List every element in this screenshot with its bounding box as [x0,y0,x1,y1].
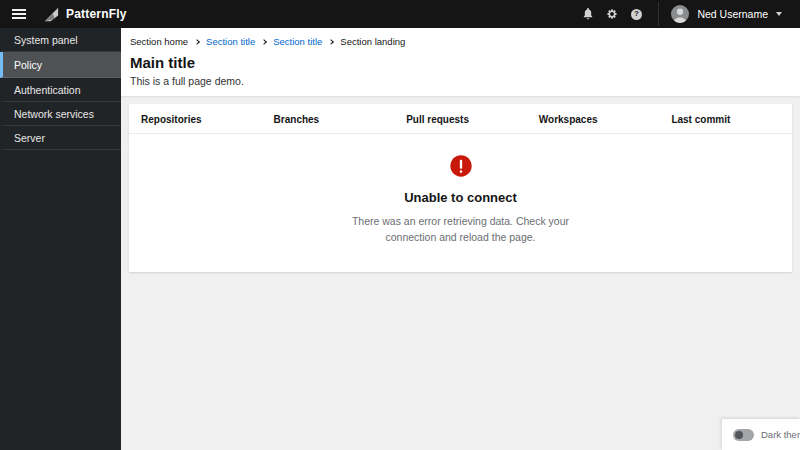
page-body-section: Repositories Branches Pull requests Work… [121,96,800,280]
sidebar-item-authentication[interactable]: Authentication [0,78,121,102]
hamburger-icon [12,9,26,19]
page-header-section: Section home Section title Section title… [121,28,800,96]
sidebar-nav: System panel Policy Authentication Netwo… [0,28,121,450]
empty-state-title: Unable to connect [129,190,792,205]
column-header-repositories: Repositories [129,104,262,133]
dark-theme-toggle[interactable] [733,429,754,441]
chevron-down-icon [776,12,782,16]
table-header-row: Repositories Branches Pull requests Work… [129,104,792,134]
help-icon [631,9,642,20]
sidebar-item-label: Network services [14,108,94,120]
gear-icon [606,8,618,20]
sidebar-item-policy[interactable]: Policy [0,52,121,78]
column-header-branches: Branches [262,104,395,133]
sidebar-item-label: Authentication [14,84,81,96]
sidebar-item-network-services[interactable]: Network services [0,102,121,126]
dark-theme-label: Dark theme [761,429,800,440]
page-title: Main title [130,54,792,71]
theme-toggle-card: Dark theme [722,419,800,450]
sidebar-item-label: Policy [14,59,42,71]
brand-name: PatternFly [66,7,127,21]
chevron-right-icon [261,39,267,45]
toggle-knob [735,431,743,439]
empty-state-body: There was an error retrieving data. Chec… [342,214,580,246]
avatar [671,5,689,23]
breadcrumb-link[interactable]: Section title [206,36,255,47]
breadcrumb-item: Section home [130,36,188,47]
column-header-pull-requests: Pull requests [394,104,527,133]
user-name: Ned Username [697,8,768,20]
help-button[interactable] [624,2,648,26]
sidebar-item-server[interactable]: Server [0,126,121,150]
bell-icon [582,8,594,20]
breadcrumb-item-current: Section landing [340,36,405,47]
page-subtitle: This is a full page demo. [130,75,792,87]
sidebar-item-label: System panel [14,34,78,46]
column-header-workspaces: Workspaces [527,104,660,133]
user-menu[interactable]: Ned Username [658,2,790,26]
main-content: Section home Section title Section title… [121,28,800,450]
brand[interactable]: PatternFly [42,5,127,24]
masthead: PatternFly [0,0,800,28]
empty-state: Unable to connect There was an error ret… [129,134,792,272]
settings-button[interactable] [600,2,624,26]
breadcrumb-link[interactable]: Section title [273,36,322,47]
masthead-actions: Ned Username [576,2,790,26]
exclamation-circle-icon [450,155,472,177]
nav-toggle-button[interactable] [8,3,30,25]
chevron-right-icon [194,39,200,45]
patternfly-logo-icon [42,5,61,24]
column-header-last-commit: Last commit [659,104,792,133]
breadcrumb: Section home Section title Section title… [130,36,792,47]
notifications-button[interactable] [576,2,600,26]
sidebar-item-system-panel[interactable]: System panel [0,28,121,52]
repositories-card: Repositories Branches Pull requests Work… [129,104,792,272]
chevron-right-icon [329,39,335,45]
sidebar-item-label: Server [14,132,45,144]
